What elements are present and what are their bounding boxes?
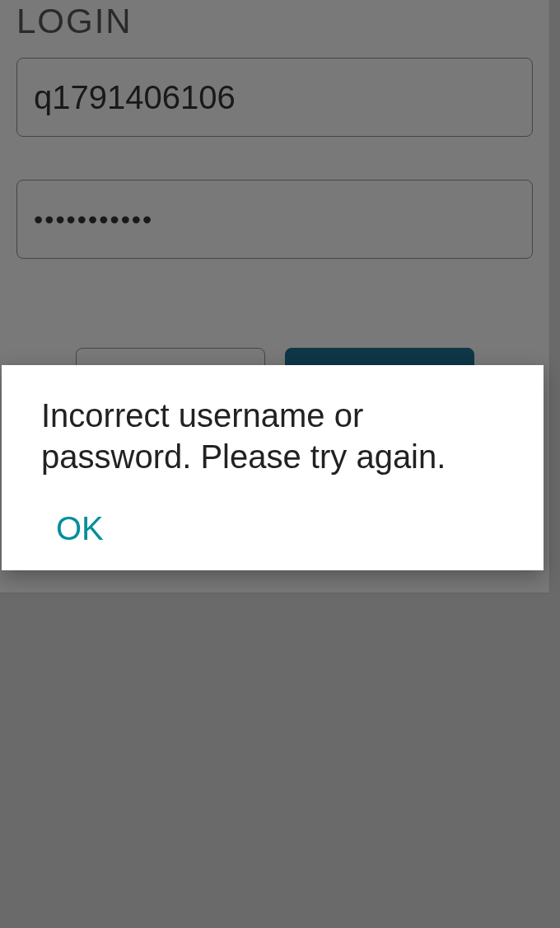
dialog-ok-button[interactable]: OK (56, 510, 104, 547)
error-dialog: Incorrect username or password. Please t… (2, 365, 544, 570)
dialog-message: Incorrect username or password. Please t… (41, 395, 504, 477)
